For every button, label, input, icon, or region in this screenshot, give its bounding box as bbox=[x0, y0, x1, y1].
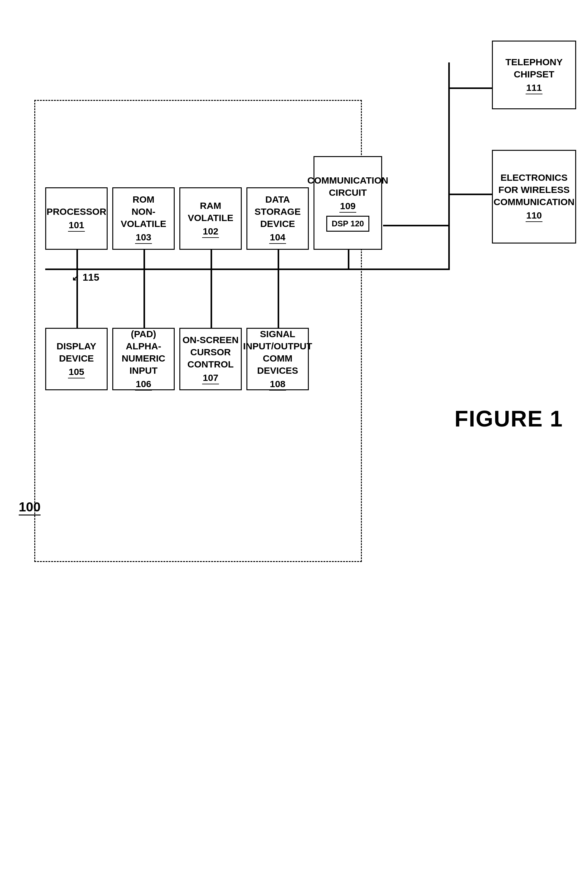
display-label-line3: 105 bbox=[68, 366, 85, 378]
connector-bus-display bbox=[76, 270, 78, 328]
comm-label-line1: COMMUNICATION bbox=[307, 174, 388, 187]
figure-label: FIGURE 1 bbox=[454, 406, 563, 432]
rom-label-line2: NON-VOLATILE bbox=[113, 205, 174, 230]
connector-bus-cursor bbox=[210, 270, 212, 328]
ram-label-line1: RAM bbox=[200, 200, 221, 212]
comm-label-line3: 109 bbox=[339, 200, 356, 213]
processor-block: PROCESSOR 101 bbox=[45, 187, 108, 250]
data-storage-block: DATA STORAGE DEVICE 104 bbox=[246, 187, 309, 250]
processor-label-line1: PROCESSOR bbox=[46, 205, 106, 218]
ram-block: RAM VOLATILE 102 bbox=[179, 187, 242, 250]
alpha-numeric-block: (PAD) ALPHA-NUMERIC INPUT 106 bbox=[112, 328, 175, 390]
communication-block: COMMUNICATION CIRCUIT 109 DSP 120 bbox=[314, 156, 382, 250]
telephony-label-line1: TELEPHONY bbox=[506, 56, 562, 68]
comm-to-right-extension bbox=[448, 225, 450, 269]
display-label-line2: DEVICE bbox=[59, 352, 94, 364]
cursor-label-line4: 107 bbox=[202, 372, 219, 384]
display-label-line1: DISPLAY bbox=[57, 340, 96, 352]
rom-label-line1: ROM bbox=[133, 193, 154, 205]
connector-bus-signal bbox=[278, 270, 279, 328]
electronics-block: ELECTRONICS FOR WIRELESS COMMUNICATION 1… bbox=[492, 150, 576, 244]
telephony-label-line3: 111 bbox=[526, 81, 543, 94]
rom-block: ROM NON-VOLATILE 103 bbox=[112, 187, 175, 250]
alpha-label-line3: INPUT bbox=[129, 364, 158, 376]
connector-ram-bus bbox=[210, 250, 212, 269]
signal-label-line1: SIGNAL bbox=[260, 328, 295, 340]
alpha-label-line2: ALPHA-NUMERIC bbox=[113, 340, 174, 364]
signal-io-block: SIGNAL INPUT/OUTPUT COMM DEVICES 108 bbox=[246, 328, 309, 390]
cursor-control-block: ON-SCREEN CURSOR CONTROL 107 bbox=[179, 328, 242, 390]
cursor-label-line2: CURSOR bbox=[190, 346, 231, 358]
comm-label-line2: CIRCUIT bbox=[329, 187, 367, 199]
bus-right-extension bbox=[362, 269, 449, 270]
electronics-label-line3: COMMUNICATION bbox=[494, 196, 574, 208]
cursor-label-line1: ON-SCREEN bbox=[183, 334, 238, 346]
telephony-label-line2: CHIPSET bbox=[514, 68, 554, 80]
connector-storage-bus bbox=[278, 250, 279, 269]
data-storage-label-line1: DATA STORAGE bbox=[248, 193, 308, 218]
electronics-label-line1: ELECTRONICS bbox=[500, 171, 567, 184]
data-storage-label-line3: 104 bbox=[269, 231, 286, 244]
connector-telephony-h bbox=[448, 87, 492, 89]
page: FIGURE 1 100 PROCESSOR 101 ROM NON-VOLAT… bbox=[0, 0, 588, 892]
rom-label-line3: 103 bbox=[135, 231, 152, 244]
signal-label-line4: 108 bbox=[269, 378, 286, 391]
dsp-to-right-bus bbox=[383, 225, 448, 226]
connector-bus-alpha bbox=[144, 270, 145, 328]
bus-label: ↙ 115 bbox=[72, 272, 99, 283]
cursor-label-line3: CONTROL bbox=[188, 358, 234, 370]
alpha-label-line4: 106 bbox=[135, 378, 152, 391]
alpha-label-line1: (PAD) bbox=[131, 328, 156, 340]
electronics-label-line2: FOR WIRELESS bbox=[498, 184, 570, 196]
processor-label-line2: 101 bbox=[68, 219, 85, 232]
ram-label-line2: VOLATILE bbox=[188, 212, 233, 224]
telephony-block: TELEPHONY CHIPSET 111 bbox=[492, 41, 576, 109]
display-block: DISPLAY DEVICE 105 bbox=[45, 328, 108, 390]
connector-rom-bus bbox=[144, 250, 145, 269]
ram-label-line3: 102 bbox=[202, 225, 219, 238]
connector-comm-bus bbox=[348, 250, 350, 269]
connector-processor-bus bbox=[76, 250, 78, 269]
signal-label-line3: COMM DEVICES bbox=[248, 352, 308, 376]
data-storage-label-line2: DEVICE bbox=[260, 218, 295, 230]
electronics-label-line4: 110 bbox=[526, 209, 543, 222]
connector-electronics-h bbox=[448, 194, 492, 195]
signal-label-line2: INPUT/OUTPUT bbox=[243, 340, 312, 352]
dsp-block: DSP 120 bbox=[326, 216, 369, 232]
main-bus-horizontal bbox=[45, 269, 382, 270]
